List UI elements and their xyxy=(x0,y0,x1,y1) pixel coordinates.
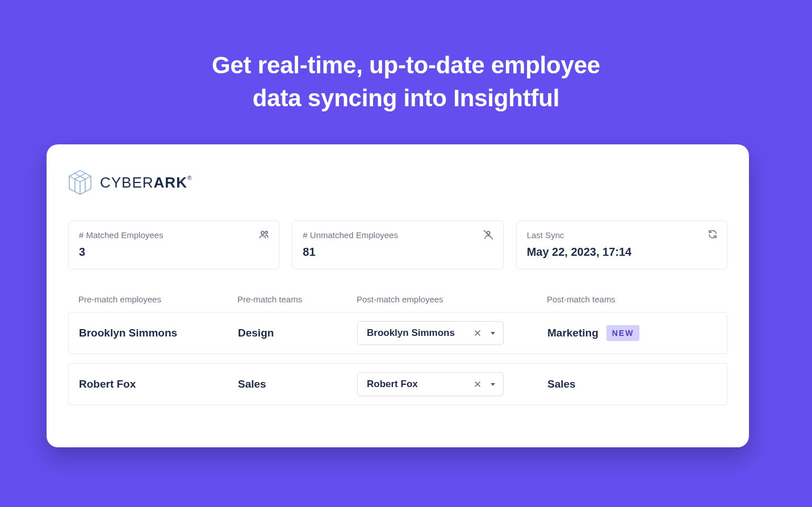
brand-name: CYBERARK® xyxy=(100,174,192,192)
col-pre-emp: Pre-match employees xyxy=(68,289,227,312)
new-badge: NEW xyxy=(606,325,640,341)
post-team: Marketing xyxy=(547,327,598,339)
table-body: Brooklyn Simmons Design Brooklyn Simmons xyxy=(68,312,727,405)
title-line-2: data syncing into Insightful xyxy=(253,85,559,111)
hero: Get real-time, up-to-date employee data … xyxy=(0,0,812,115)
post-team-cell: Sales xyxy=(537,378,727,390)
col-post-team: Post-match teams xyxy=(537,289,727,312)
stat-last-sync-value: May 22, 2023, 17:14 xyxy=(527,246,717,259)
post-emp-cell: Robert Fox xyxy=(347,372,537,396)
cyberark-logo-icon xyxy=(68,169,92,196)
chevron-down-icon[interactable] xyxy=(489,330,496,336)
stat-matched-label: # Matched Employees xyxy=(79,230,269,240)
people-icon xyxy=(258,229,270,243)
post-team-cell: Marketing NEW xyxy=(537,325,727,341)
post-team: Sales xyxy=(547,378,576,390)
stat-matched: # Matched Employees 3 xyxy=(68,221,279,269)
integration-card: CYBERARK® # Matched Employees 3 # Unmatc… xyxy=(47,144,749,447)
registered-mark-icon: ® xyxy=(187,175,192,181)
clear-icon[interactable] xyxy=(474,380,482,388)
title-line-1: Get real-time, up-to-date employee xyxy=(212,52,600,78)
stat-last-sync: Last Sync May 22, 2023, 17:14 xyxy=(516,221,727,269)
stat-unmatched-value: 81 xyxy=(303,246,492,259)
stat-unmatched-label: # Unmatched Employees xyxy=(303,230,492,240)
person-off-icon xyxy=(483,229,494,243)
page-title: Get real-time, up-to-date employee data … xyxy=(0,49,812,115)
post-emp-select[interactable]: Robert Fox xyxy=(357,372,504,396)
chevron-down-icon[interactable] xyxy=(489,381,496,388)
svg-marker-7 xyxy=(491,332,495,335)
pre-emp: Brooklyn Simmons xyxy=(69,327,228,339)
stat-last-sync-label: Last Sync xyxy=(527,230,717,240)
stats-row: # Matched Employees 3 # Unmatched Employ… xyxy=(68,221,727,269)
pre-team: Design xyxy=(228,327,347,339)
pre-team: Sales xyxy=(228,378,347,390)
svg-point-1 xyxy=(261,231,264,234)
post-emp-select[interactable]: Brooklyn Simmons xyxy=(357,321,504,345)
table-head: Pre-match employees Pre-match teams Post… xyxy=(68,289,727,312)
select-actions xyxy=(474,380,496,388)
svg-point-2 xyxy=(265,231,267,234)
table-row: Robert Fox Sales Robert Fox xyxy=(68,363,727,405)
col-pre-team: Pre-match teams xyxy=(227,289,346,312)
select-value: Robert Fox xyxy=(367,379,418,390)
post-emp-cell: Brooklyn Simmons xyxy=(347,321,537,345)
brand-name-light: CYBER xyxy=(100,174,154,191)
col-post-emp: Post-match employees xyxy=(346,289,537,312)
match-table: Pre-match employees Pre-match teams Post… xyxy=(68,289,727,405)
select-value: Brooklyn Simmons xyxy=(367,327,455,339)
brand: CYBERARK® xyxy=(68,169,727,196)
select-actions xyxy=(474,329,496,337)
sync-icon[interactable] xyxy=(708,229,718,242)
pre-emp: Robert Fox xyxy=(69,378,228,390)
brand-name-bold: ARK xyxy=(154,174,187,191)
stat-unmatched: # Unmatched Employees 81 xyxy=(292,221,503,269)
table-row: Brooklyn Simmons Design Brooklyn Simmons xyxy=(68,312,727,354)
clear-icon[interactable] xyxy=(474,329,482,337)
stat-matched-value: 3 xyxy=(79,246,269,259)
svg-marker-10 xyxy=(491,383,495,386)
